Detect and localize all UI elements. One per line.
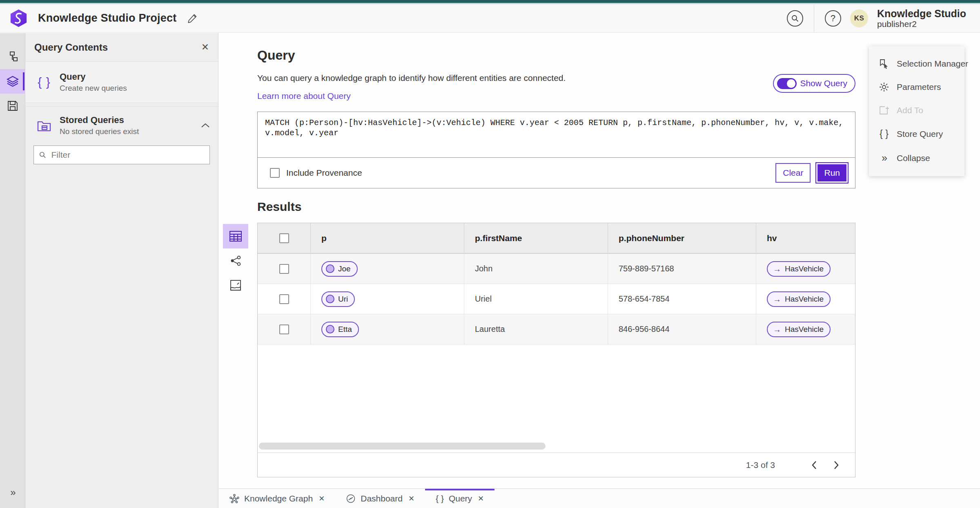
relationship-pill[interactable]: →HasVehicle [767,291,831,307]
cell-phonenumber: 759-889-57168 [608,254,756,284]
show-query-toggle[interactable]: Show Query [773,74,855,93]
toggle-track [777,78,797,89]
row-checkbox[interactable] [279,264,289,274]
column-header-hv[interactable]: hv [756,223,855,253]
panel-item-title: Stored Queries [60,115,139,125]
relationship-pill[interactable]: →HasVehicle [767,261,831,277]
relationship-pill[interactable]: →HasVehicle [767,322,831,337]
filter-search-icon [39,151,47,159]
row-checkbox[interactable] [279,324,289,334]
rail-item-save[interactable] [0,94,25,118]
include-provenance-label: Include Provenance [286,168,362,178]
chevron-left-icon [811,460,817,470]
header-actions: ? KS Knowledge Studio publisher2 [787,4,980,32]
entity-node-icon [326,264,334,273]
toggle-knob [787,79,795,88]
query-editor-container: MATCH (p:Person)-[hv:HasVehicle]->(v:Veh… [257,112,855,188]
entity-node-icon [326,325,334,333]
selection-manager-icon [878,58,890,69]
query-description: You can query a knowledge graph to ident… [257,73,566,83]
show-query-label: Show Query [800,78,847,88]
panel-item-text: Query Create new queries [60,72,127,93]
search-button[interactable] [787,10,803,27]
table-row[interactable]: Joe John 759-889-57168 →HasVehicle [258,254,855,284]
learn-more-link[interactable]: Learn more about Query [257,91,351,101]
results-view-toolbar [223,224,248,298]
user-name: publisher2 [877,19,966,29]
panel-item-stored-queries[interactable]: Stored Queries No stored queries exist [25,106,218,144]
cell-phonenumber: 578-654-7854 [608,284,756,314]
collapse-panel-button[interactable]: » Collapse [869,152,964,164]
pagination-bar: 1-3 of 3 [258,452,855,477]
selection-manager-button[interactable]: Selection Manager [869,58,964,69]
app-header: Knowledge Studio Project ? KS Knowledge … [0,4,980,33]
graph-view-button[interactable] [223,248,248,273]
horizontal-scrollbar-thumb[interactable] [259,443,546,450]
query-contents-panel: Query Contents ✕ { } Query Create new qu… [25,33,218,508]
entity-pill[interactable]: Etta [321,322,359,337]
map-view-button[interactable] [223,273,248,298]
header-divider [814,4,814,32]
query-footer: Include Provenance Clear Run [258,158,855,188]
close-panel-icon[interactable]: ✕ [201,42,209,53]
select-all-checkbox[interactable] [279,233,289,243]
tab-label: Knowledge Graph [244,494,313,504]
parameters-button[interactable]: Parameters [869,82,964,92]
save-icon [7,100,18,112]
help-icon: ? [831,13,835,24]
close-tab-icon[interactable]: ✕ [478,494,484,503]
entity-node-icon [326,295,334,303]
table-row[interactable]: Etta Lauretta 846-956-8644 →HasVehicle [258,314,855,345]
avatar[interactable]: KS [850,9,868,27]
include-provenance-checkbox[interactable] [270,168,280,178]
panel-item-query[interactable]: { } Query Create new queries [25,62,218,103]
previous-page-button[interactable] [806,457,822,473]
rail-item-layers[interactable] [0,69,25,94]
expand-rail-button[interactable]: » [0,487,25,498]
tab-query[interactable]: { } Query ✕ [425,489,494,508]
query-input[interactable]: MATCH (p:Person)-[hv:HasVehicle]->(v:Veh… [258,112,855,158]
clear-button[interactable]: Clear [775,163,811,183]
main-content: Query You can query a knowledge graph to… [219,33,980,488]
hierarchy-icon [7,51,19,63]
braces-icon: { } [878,128,890,139]
panel-header: Query Contents ✕ [25,33,218,62]
column-header-firstname[interactable]: p.firstName [464,223,608,253]
panel-item-subtitle: Create new queries [60,84,127,93]
add-to-button: Add To [869,105,964,116]
column-header-p[interactable]: p [311,223,464,253]
table-view-button[interactable] [223,224,248,248]
table-row[interactable]: Uri Uriel 578-654-7854 →HasVehicle [258,284,855,314]
relationship-arrow-icon: → [773,295,781,303]
project-title: Knowledge Studio Project [38,12,176,25]
braces-icon: { } [436,494,444,504]
entity-pill[interactable]: Uri [321,291,355,307]
panel-item-title: Query [60,72,127,82]
braces-icon: { } [33,75,55,89]
collapse-section-chevron[interactable] [201,123,210,128]
entity-pill[interactable]: Joe [321,261,358,277]
dashboard-gauge-icon [346,494,356,504]
tab-dashboard[interactable]: Dashboard ✕ [335,489,425,508]
tab-knowledge-graph[interactable]: Knowledge Graph ✕ [219,489,335,508]
cell-firstname: Lauretta [464,314,608,344]
table-icon [229,231,242,242]
help-button[interactable]: ? [825,10,841,27]
relationship-arrow-icon: → [773,325,781,333]
panel-item-subtitle: No stored queries exist [60,127,139,136]
run-button[interactable]: Run [816,163,848,183]
filter-input[interactable] [51,150,205,160]
column-header-phonenumber[interactable]: p.phoneNumber [608,223,756,253]
row-checkbox[interactable] [279,294,289,304]
search-icon [791,14,799,22]
edit-title-icon[interactable] [187,13,198,24]
add-to-icon [878,105,890,116]
next-page-button[interactable] [828,457,844,473]
close-tab-icon[interactable]: ✕ [318,494,325,503]
panel-title: Query Contents [34,42,108,53]
store-query-button[interactable]: { } Store Query [869,128,964,139]
chevron-up-icon [201,123,210,128]
rail-item-hierarchy[interactable] [0,45,25,69]
tab-label: Dashboard [361,494,403,504]
close-tab-icon[interactable]: ✕ [408,494,414,503]
